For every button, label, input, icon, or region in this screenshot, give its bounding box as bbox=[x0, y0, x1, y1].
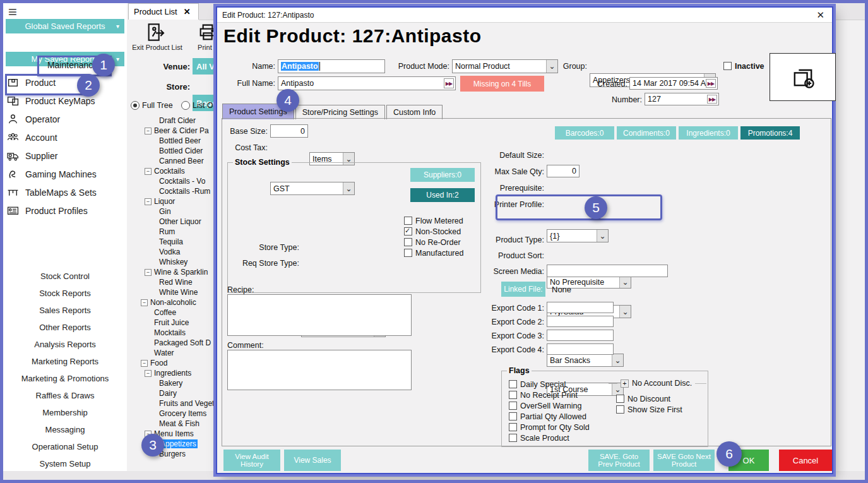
global-saved-reports-button[interactable]: Global Saved Reports ▾ bbox=[6, 19, 124, 33]
tree-collapse-icon[interactable] bbox=[145, 128, 152, 134]
export-code-2-input[interactable] bbox=[547, 316, 614, 327]
tree-collapse-icon[interactable] bbox=[145, 269, 152, 276]
counter-button[interactable]: Barcodes:0 bbox=[555, 126, 614, 140]
expand-plus-icon[interactable]: + bbox=[621, 379, 629, 388]
counter-button[interactable]: Ingredients:0 bbox=[679, 126, 738, 140]
recipe-textarea[interactable] bbox=[227, 294, 412, 336]
tree-item[interactable]: Canned Beer bbox=[141, 156, 220, 166]
base-size-input[interactable]: 0 bbox=[270, 124, 308, 138]
dialog-tab[interactable]: Custom Info bbox=[386, 105, 443, 119]
tree-item[interactable]: White Wine bbox=[141, 287, 220, 297]
default-size-select[interactable]: {1} bbox=[547, 229, 609, 242]
sidebar-link[interactable]: Raffles & Draws bbox=[5, 387, 125, 404]
save-goto-prev-button[interactable]: SAVE. Goto Prev Product bbox=[588, 450, 650, 471]
tree-item[interactable]: Tequila bbox=[141, 237, 220, 247]
tree-item[interactable]: Wine & Sparklin bbox=[141, 267, 220, 277]
full-name-input[interactable]: Antipasto ▶▶ bbox=[278, 76, 456, 90]
full-tree-radio[interactable]: Full Tree bbox=[131, 101, 173, 110]
sidebar-item-gaming-machines[interactable]: Gaming Machines bbox=[3, 165, 127, 183]
sidebar-item-account[interactable]: Account bbox=[3, 128, 127, 146]
flag-checkbox[interactable]: No Receipt Print bbox=[509, 390, 590, 400]
sidebar-link[interactable]: Other Reports bbox=[5, 319, 125, 336]
close-tab-icon[interactable]: ✕ bbox=[184, 7, 191, 16]
tree-collapse-icon[interactable] bbox=[145, 370, 152, 377]
counter-button[interactable]: Promotions:4 bbox=[740, 126, 800, 140]
tree-item[interactable]: Water bbox=[141, 348, 220, 358]
missing-on-tills-button[interactable]: Missing on 4 Tills bbox=[460, 76, 544, 92]
name-input[interactable]: Antipasto bbox=[278, 59, 385, 73]
sidebar-item-tablemaps[interactable]: TableMaps & Sets bbox=[3, 183, 127, 201]
tab-product-list[interactable]: Product List ✕ bbox=[128, 3, 199, 20]
product-type-select[interactable]: Bar Snacks bbox=[547, 354, 624, 367]
tree-item[interactable]: Whiskey bbox=[141, 257, 220, 267]
export-code-3-input[interactable] bbox=[547, 330, 614, 341]
account-flag-checkbox[interactable]: No Discount bbox=[616, 394, 682, 403]
sidebar-link[interactable]: Messaging bbox=[5, 421, 125, 438]
tree-collapse-icon[interactable] bbox=[141, 360, 148, 367]
stock-checkbox[interactable]: No Re-Order bbox=[404, 237, 463, 247]
counter-button[interactable]: Condiments:0 bbox=[617, 126, 676, 140]
suppliers-button[interactable]: Suppliers:0 bbox=[410, 168, 475, 182]
tree-item[interactable]: Bakery bbox=[141, 378, 220, 388]
flag-checkbox[interactable]: Scale Product bbox=[509, 433, 590, 443]
flag-checkbox[interactable]: Prompt for Qty Sold bbox=[509, 422, 590, 432]
tree-item[interactable]: Food bbox=[141, 358, 220, 368]
sidebar-link[interactable]: Operational Setup bbox=[5, 438, 125, 455]
add-image-button[interactable] bbox=[770, 53, 836, 101]
sidebar-link[interactable]: System Setup bbox=[5, 455, 125, 472]
tree-item[interactable]: Cocktails - Vo bbox=[141, 176, 220, 186]
tree-item[interactable]: Fruits and Veget bbox=[141, 398, 220, 408]
inactive-checkbox[interactable]: Inactive bbox=[723, 61, 764, 71]
tree-item[interactable]: Meat & Fish bbox=[141, 419, 220, 429]
tree-item[interactable]: Gin bbox=[141, 206, 220, 217]
stock-checkbox[interactable]: Non-Stocked bbox=[404, 227, 463, 236]
sidebar-link[interactable]: Sales Reports bbox=[5, 302, 125, 319]
expand-field-icon[interactable]: ▶▶ bbox=[707, 95, 717, 104]
screen-media-input[interactable] bbox=[547, 265, 668, 277]
stock-checkbox[interactable]: Flow Metered bbox=[404, 216, 463, 225]
sidebar-item-product-profiles[interactable]: Product Profiles bbox=[3, 201, 127, 220]
tree-item[interactable]: Liquor bbox=[141, 196, 220, 206]
max-sale-qty-input[interactable]: 0 bbox=[547, 165, 580, 177]
tree-collapse-icon[interactable] bbox=[145, 198, 152, 205]
tree-item[interactable]: Mocktails bbox=[141, 328, 220, 338]
export-code-4-input[interactable] bbox=[547, 343, 614, 355]
hamburger-icon[interactable]: ≡ bbox=[8, 4, 17, 20]
sidebar-link[interactable]: Marketing Reports bbox=[5, 353, 125, 370]
used-in-button[interactable]: Used In:2 bbox=[410, 188, 475, 202]
tree-item[interactable]: Beer & Cider Pa bbox=[141, 126, 220, 136]
save-goto-next-button[interactable]: SAVE Goto Next Product bbox=[653, 450, 715, 471]
exit-product-list-button[interactable] bbox=[146, 22, 166, 42]
dialog-close-icon[interactable]: ✕ bbox=[816, 9, 824, 21]
tree-item[interactable]: Rum bbox=[141, 227, 220, 237]
list-only-radio[interactable]: List On bbox=[181, 101, 218, 110]
tree-item[interactable]: Non-alcoholic bbox=[141, 297, 220, 307]
sidebar-link[interactable]: Stock Reports bbox=[5, 285, 125, 302]
sidebar-item-supplier[interactable]: Supplier bbox=[3, 146, 127, 165]
tree-item[interactable]: Vodka bbox=[141, 247, 220, 257]
created-input[interactable]: 14 Mar 2017 09:54 A ▶▶ bbox=[629, 77, 718, 90]
sidebar-item-operator[interactable]: Operator bbox=[3, 110, 127, 128]
tree-item[interactable]: Grocery Items bbox=[141, 408, 220, 419]
view-sales-button[interactable]: View Sales bbox=[284, 450, 341, 471]
tree-item[interactable]: Other Liquor bbox=[141, 217, 220, 227]
export-code-1-input[interactable] bbox=[547, 302, 614, 313]
tree-item[interactable]: Packaged Soft D bbox=[141, 338, 220, 348]
comment-textarea[interactable] bbox=[227, 350, 412, 390]
tree-item[interactable]: Bottled Cider bbox=[141, 146, 220, 156]
cancel-button[interactable]: Cancel bbox=[779, 450, 832, 471]
view-audit-history-button[interactable]: View Audit History bbox=[223, 450, 280, 471]
tree-item[interactable]: Dairy bbox=[141, 388, 220, 398]
tree-collapse-icon[interactable] bbox=[141, 299, 148, 306]
tree-item[interactable]: Coffee bbox=[141, 307, 220, 318]
print-list-button[interactable] bbox=[198, 22, 218, 42]
flag-checkbox[interactable]: Daily Special bbox=[509, 379, 590, 389]
tree-item[interactable]: Cocktails bbox=[141, 166, 220, 176]
number-input[interactable]: 127 ▶▶ bbox=[645, 93, 719, 105]
expand-field-icon[interactable]: ▶▶ bbox=[444, 78, 454, 88]
tree-collapse-icon[interactable] bbox=[145, 168, 152, 175]
sidebar-link[interactable]: Membership bbox=[5, 404, 125, 421]
sidebar-link[interactable]: Marketing & Promotions bbox=[5, 370, 125, 387]
expand-field-icon[interactable]: ▶▶ bbox=[706, 79, 716, 88]
tree-item[interactable]: Ingredients bbox=[141, 368, 220, 378]
